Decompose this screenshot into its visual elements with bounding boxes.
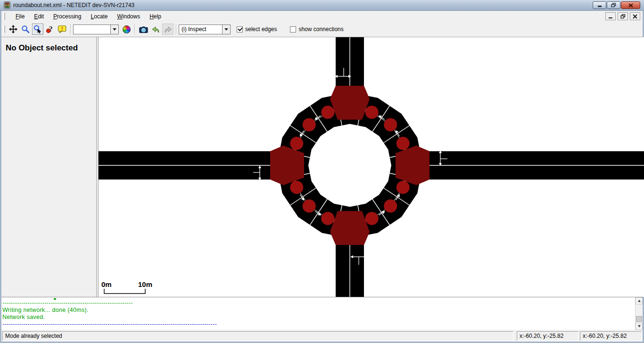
log-scrollbar[interactable] <box>635 297 643 330</box>
mdi-close-icon <box>633 14 637 19</box>
network-canvas[interactable]: 0m10m <box>98 37 643 297</box>
checkbox-unchecked-icon[interactable] <box>290 26 296 33</box>
svg-text:0m: 0m <box>101 280 112 288</box>
toolbar-grip[interactable] <box>3 25 5 33</box>
menu-item-processing[interactable]: Processing <box>49 11 86 22</box>
menu-item-file[interactable]: File <box>11 11 29 22</box>
menu-item-help[interactable]: Help <box>145 11 166 22</box>
select-edges-checkbox[interactable]: select edges <box>237 26 277 33</box>
select-edges-label: select edges <box>245 26 277 33</box>
camera-icon <box>139 25 148 33</box>
window-title: roundabout.net.xml - NETEDIT dev-SVN-r21… <box>13 2 134 8</box>
undo-button[interactable] <box>150 24 161 35</box>
title-bar[interactable]: roundabout.net.xml - NETEDIT dev-SVN-r21… <box>0 0 644 11</box>
color-scheme-button[interactable] <box>121 24 132 35</box>
toolbar-separator <box>70 24 71 34</box>
mdi-minimize-button[interactable] <box>605 12 616 20</box>
locator-combo-dropdown[interactable] <box>110 25 118 34</box>
menu-item-edit[interactable]: Edit <box>29 11 49 22</box>
log-line: ----------------------------------------… <box>1 300 643 307</box>
mdi-restore-button[interactable] <box>618 12 628 20</box>
message-log[interactable]: ----------------------------------------… <box>1 297 643 330</box>
arrow-up-icon <box>638 300 641 302</box>
redo-button[interactable] <box>162 24 173 35</box>
snapshot-button[interactable] <box>138 24 149 35</box>
scroll-thumb[interactable] <box>636 316 642 322</box>
mode-combo-dropdown[interactable] <box>222 25 230 34</box>
menu-item-windows[interactable]: Windows <box>112 11 145 22</box>
close-icon <box>628 3 633 8</box>
checkbox-checked-icon[interactable] <box>237 26 243 33</box>
mode-combo[interactable]: (i) Inspect <box>179 24 231 34</box>
toolbar-separator <box>134 24 135 34</box>
redo-icon <box>164 25 173 33</box>
log-line: ----------------------------------------… <box>1 321 643 328</box>
status-message: Mode already selected <box>2 331 513 341</box>
log-line: Writing network... done (40ms). <box>1 307 643 314</box>
message-bubble-icon <box>58 25 67 33</box>
svg-text:10m: 10m <box>138 280 152 288</box>
menu-bar: FileEditProcessingLocateWindowsHelp <box>1 11 643 22</box>
minimize-icon <box>597 3 602 8</box>
close-button[interactable] <box>621 1 640 9</box>
move-view-button[interactable] <box>8 24 19 35</box>
zoom-extent-button[interactable] <box>20 24 31 35</box>
cursor-coordinates-1: x:-60.20, y:-25.82 <box>517 331 578 341</box>
chevron-down-icon <box>224 28 228 31</box>
scroll-down-button[interactable] <box>636 323 643 330</box>
roundabout-network[interactable]: 0m10m <box>99 37 644 297</box>
inspector-message: No Object selected <box>6 43 96 53</box>
netedit-window: roundabout.net.xml - NETEDIT dev-SVN-r21… <box>0 0 644 343</box>
restore-icon <box>611 3 616 8</box>
chevron-down-icon <box>113 28 116 31</box>
color-wheel-icon <box>123 25 131 33</box>
main-area: No Object selected 0m10m <box>1 37 643 297</box>
toolbar: ? <box>1 22 643 37</box>
message-window-button[interactable] <box>57 24 68 35</box>
undo-icon <box>151 25 160 33</box>
app-traffic-light-icon <box>3 1 11 9</box>
magnifier-icon <box>21 25 30 33</box>
restore-button[interactable] <box>607 1 620 9</box>
show-connections-label: show connections <box>298 26 343 33</box>
mdi-minimize-icon <box>608 14 613 19</box>
log-line: Network saved. <box>1 314 643 321</box>
mdi-close-button[interactable] <box>630 12 640 20</box>
arrow-down-icon <box>638 325 641 327</box>
show-connections-checkbox[interactable]: show connections <box>290 26 343 33</box>
mdi-restore-icon <box>620 14 626 19</box>
menubar-grip[interactable] <box>3 13 5 20</box>
help-button[interactable]: ? <box>44 24 56 35</box>
cursor-coordinates-2: x:-60.20, y:-25.82 <box>580 331 642 341</box>
toolbar-separator <box>176 24 177 34</box>
inspector-panel: No Object selected <box>1 37 97 297</box>
menu-item-locate[interactable]: Locate <box>86 11 112 22</box>
status-bar: Mode already selected x:-60.20, y:-25.82… <box>1 330 643 342</box>
move-icon <box>9 25 17 33</box>
minimize-button[interactable] <box>593 1 606 9</box>
zoom-select-button[interactable] <box>32 24 43 35</box>
help-icon: ? <box>46 25 54 33</box>
magnifier-cursor-icon <box>33 25 42 33</box>
locator-combo[interactable] <box>73 24 119 34</box>
scroll-up-button[interactable] <box>636 297 643 304</box>
mode-combo-value: (i) Inspect <box>179 26 222 33</box>
